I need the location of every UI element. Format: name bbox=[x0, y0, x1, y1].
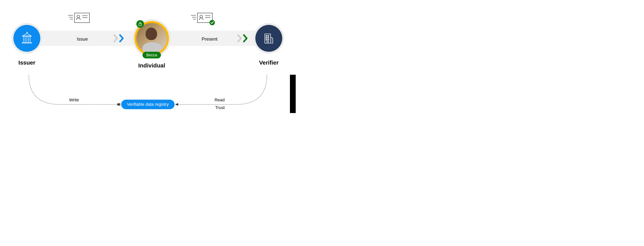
svg-rect-12 bbox=[266, 37, 267, 38]
issuer-label: Issuer bbox=[18, 59, 35, 66]
verifier-label: Verifier bbox=[259, 59, 278, 66]
write-path-label: Write bbox=[69, 98, 79, 103]
svg-point-24 bbox=[77, 15, 80, 18]
svg-rect-15 bbox=[268, 39, 269, 40]
issuer-entity: Issuer bbox=[12, 23, 42, 66]
individual-name-pill: Becca bbox=[142, 52, 161, 58]
svg-marker-36 bbox=[175, 103, 178, 106]
svg-rect-16 bbox=[267, 41, 268, 43]
issuer-circle bbox=[14, 25, 40, 52]
avatar-outer: Becca bbox=[132, 19, 171, 57]
svg-rect-10 bbox=[266, 35, 267, 36]
government-building-icon bbox=[20, 32, 34, 45]
issuer-circle-outer bbox=[12, 23, 42, 54]
present-chevrons bbox=[237, 33, 249, 43]
lock-badge bbox=[136, 20, 144, 28]
verifier-entity: Verifier bbox=[254, 23, 284, 66]
individual-entity: Becca Individual bbox=[132, 19, 171, 69]
issue-action-label: Issue bbox=[77, 36, 88, 42]
trust-path-label: Trust bbox=[215, 105, 225, 110]
lock-icon bbox=[138, 22, 142, 26]
credential-card-icon bbox=[67, 11, 90, 26]
chevron-right-grey-icon bbox=[237, 33, 243, 43]
svg-rect-11 bbox=[268, 35, 269, 36]
present-action-label: Present bbox=[202, 36, 218, 42]
verifier-circle bbox=[255, 25, 282, 52]
office-building-icon bbox=[262, 32, 276, 45]
verifier-circle-outer bbox=[254, 23, 284, 54]
chevron-right-green-icon bbox=[243, 33, 249, 43]
issue-chevrons bbox=[113, 33, 125, 43]
individual-label: Individual bbox=[138, 62, 165, 69]
verified-credential-card-icon bbox=[190, 11, 215, 28]
svg-rect-14 bbox=[266, 39, 267, 40]
svg-rect-8 bbox=[139, 24, 142, 26]
chevron-right-grey-icon bbox=[113, 33, 119, 43]
read-path-label: Read bbox=[214, 98, 225, 103]
svg-point-31 bbox=[200, 15, 202, 18]
svg-point-34 bbox=[210, 20, 215, 25]
chevron-right-blue-icon bbox=[119, 33, 125, 43]
registry-pill: Verifiable data registry bbox=[121, 100, 174, 109]
svg-rect-13 bbox=[268, 37, 269, 38]
